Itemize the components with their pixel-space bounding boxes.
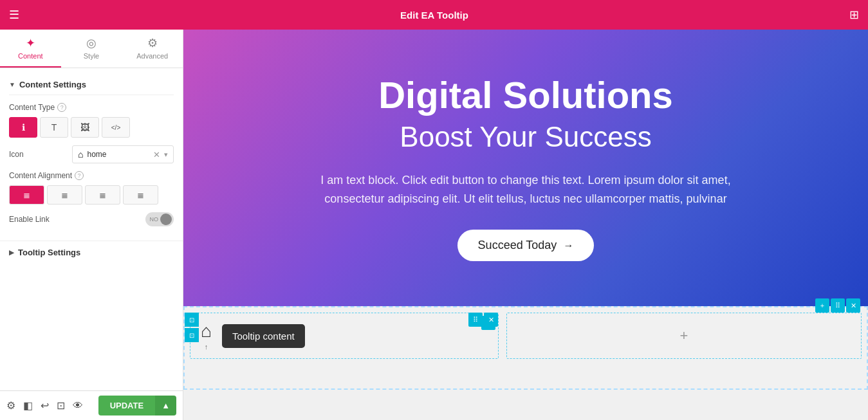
column-toolbar: ⠿ ✕ <box>468 313 498 327</box>
icon-name: home <box>87 150 149 159</box>
advanced-tab-icon: ⚙ <box>147 36 158 50</box>
sidebar-tabs: ✦ Content ◎ Style ⚙ Advanced <box>0 30 183 68</box>
update-btn-wrap: UPDATE ▲ <box>98 396 176 415</box>
sidebar-body: ▼ Content Settings Content Type ? ℹ T 🖼 … <box>0 68 183 241</box>
tooltip-settings-header[interactable]: ▶ Tooltip Settings <box>0 241 183 264</box>
canvas-area: Digital Solutions Boost Your Success I a… <box>183 30 868 420</box>
add-widget-btn[interactable]: + <box>680 327 688 344</box>
align-center-btn[interactable]: ≣ <box>47 185 82 205</box>
bottom-bar: ⚙ ◧ ↩ ⊡ 👁 UPDATE ▲ <box>0 390 183 420</box>
main-layout: ✦ Content ◎ Style ⚙ Advanced ▼ Content S… <box>0 30 868 420</box>
update-button[interactable]: UPDATE <box>98 396 155 415</box>
column-handle-left[interactable]: ⊡ <box>185 328 199 342</box>
column-move-btn[interactable]: ⠿ <box>468 313 483 327</box>
bottom-icons: ⚙ ◧ ↩ ⊡ 👁 <box>6 399 83 412</box>
section-handle-left[interactable]: ⊡ <box>185 313 199 327</box>
hero-section: Digital Solutions Boost Your Success I a… <box>183 30 868 306</box>
tab-style[interactable]: ◎ Style <box>61 30 122 68</box>
editor-overlay-area: + ⠿ ✕ ⊡ ⊡ ⠿ ✕ ⌂ ↑ <box>183 306 868 390</box>
top-bar: ☰ Edit EA Tooltip ⊞ <box>0 0 868 30</box>
update-arrow-button[interactable]: ▲ <box>155 396 176 415</box>
section-toolbar: + ⠿ ✕ <box>815 298 860 313</box>
widget-area: ⠿ ✕ ⌂ ↑ Tooltip content ✎ + <box>185 307 867 364</box>
enable-link-label: Enable Link <box>9 215 67 224</box>
hero-cta-arrow-icon: → <box>563 240 573 251</box>
history-icon[interactable]: ↩ <box>41 399 49 412</box>
tab-style-label: Style <box>84 52 99 60</box>
align-right-btn[interactable]: ≣ <box>85 185 120 205</box>
content-settings-header[interactable]: ▼ Content Settings <box>9 75 174 95</box>
tooltip-content-text: Tooltip content <box>232 331 295 342</box>
tab-content-label: Content <box>18 52 43 60</box>
section-arrow-icon: ▼ <box>9 81 15 88</box>
section-close-btn[interactable]: ✕ <box>846 298 860 313</box>
tab-content[interactable]: ✦ Content <box>0 30 61 68</box>
hero-subtitle: Boost Your Success <box>400 121 651 153</box>
type-btn-text[interactable]: T <box>40 117 68 138</box>
style-tab-icon: ◎ <box>86 36 97 50</box>
type-buttons: ℹ T 🖼 </> <box>9 117 130 138</box>
icon-preview: ⌂ <box>78 149 83 160</box>
icon-label: Icon <box>9 150 67 159</box>
type-btn-image[interactable]: 🖼 <box>71 117 99 138</box>
alignment-label: Content Alignment ? <box>9 171 84 180</box>
settings-icon[interactable]: ⚙ <box>6 399 15 412</box>
type-buttons-row: ℹ T 🖼 </> <box>9 117 174 138</box>
tab-advanced-label: Advanced <box>136 52 168 60</box>
sidebar: ✦ Content ◎ Style ⚙ Advanced ▼ Content S… <box>0 30 183 420</box>
layers-icon[interactable]: ◧ <box>23 399 33 412</box>
content-type-row: Content Type ? <box>9 103 174 112</box>
tooltip-arrow-icon: ▶ <box>9 249 14 256</box>
alignment-row: Content Alignment ? <box>9 171 174 180</box>
align-buttons-row: ≣ ≣ ≣ ≣ <box>9 185 174 205</box>
widget-right: + <box>506 313 862 359</box>
icon-chevron-icon: ▾ <box>164 151 168 159</box>
cursor-indicator: ↑ <box>205 343 208 351</box>
hero-body-text: I am text block. Click edit button to ch… <box>307 171 744 209</box>
content-type-label: Content Type ? <box>9 103 67 112</box>
enable-link-row: Enable Link NO <box>9 212 174 226</box>
alignment-help-icon[interactable]: ? <box>75 171 84 180</box>
align-buttons: ≣ ≣ ≣ ≣ <box>9 185 158 205</box>
grid-icon[interactable]: ⊞ <box>849 8 859 22</box>
tooltip-settings-label: Tooltip Settings <box>18 248 80 257</box>
type-btn-icon[interactable]: ℹ <box>9 117 37 138</box>
align-left-btn[interactable]: ≣ <box>9 185 44 205</box>
type-btn-code[interactable]: </> <box>102 117 130 138</box>
top-bar-title: Edit EA Tooltip <box>400 10 468 21</box>
toggle-knob <box>160 214 172 225</box>
toggle-label: NO <box>150 216 159 223</box>
clear-icon[interactable]: ✕ <box>153 150 160 160</box>
responsive-icon[interactable]: ⊡ <box>57 399 65 412</box>
hamburger-icon[interactable]: ☰ <box>9 8 19 22</box>
tab-advanced[interactable]: ⚙ Advanced <box>122 30 183 68</box>
preview-icon[interactable]: 👁 <box>73 400 83 412</box>
hero-cta-label: Succeed Today <box>478 239 557 252</box>
home-icon-widget: ⌂ <box>201 321 212 342</box>
content-settings-label: Content Settings <box>19 80 86 89</box>
section-add-btn[interactable]: + <box>815 298 829 313</box>
tooltip-popup: Tooltip content <box>222 324 305 348</box>
align-justify-btn[interactable]: ≣ <box>123 185 158 205</box>
content-tab-icon: ✦ <box>26 36 35 50</box>
section-move-btn[interactable]: ⠿ <box>831 298 845 313</box>
hero-cta-button[interactable]: Succeed Today → <box>457 230 595 261</box>
icon-selector[interactable]: ⌂ home ✕ ▾ <box>72 145 174 163</box>
widget-left: ⠿ ✕ ⌂ ↑ Tooltip content ✎ <box>190 313 499 359</box>
left-handles: ⊡ ⊡ <box>185 313 199 342</box>
hero-title: Digital Solutions <box>378 75 673 116</box>
enable-link-toggle[interactable]: NO <box>145 212 174 226</box>
icon-row: Icon ⌂ home ✕ ▾ <box>9 145 174 163</box>
content-type-help-icon[interactable]: ? <box>57 103 66 112</box>
home-icon-container: ⌂ ↑ <box>201 321 212 351</box>
column-close-btn[interactable]: ✕ <box>484 313 498 327</box>
